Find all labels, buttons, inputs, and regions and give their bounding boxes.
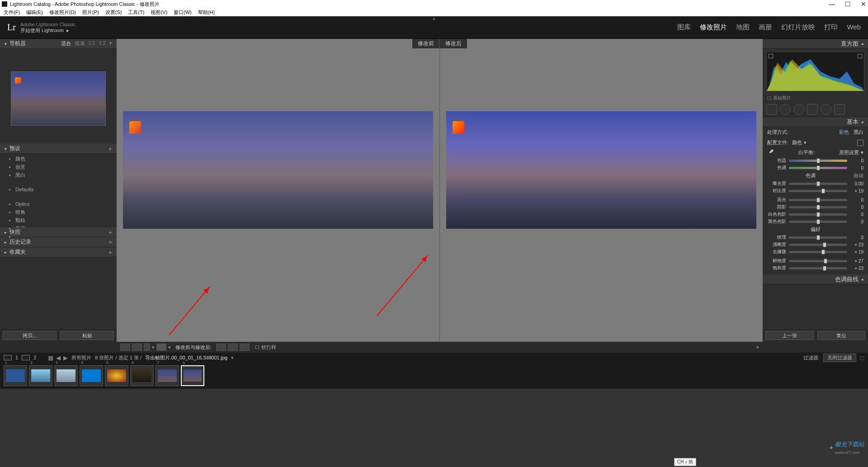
collections-header[interactable]: ▸ 收藏夹 + [0, 247, 117, 257]
preset-item[interactable]: Optics [0, 200, 117, 208]
treatment-color[interactable]: 彩色 [839, 129, 849, 136]
zoom-1to1[interactable]: 1:1 [88, 40, 95, 47]
toolbar-menu-icon[interactable]: ▾ [756, 344, 759, 350]
graduated-tool[interactable] [807, 104, 818, 115]
copy-after-button[interactable] [240, 344, 250, 351]
presets-header[interactable]: ▾ 预设 + [0, 144, 117, 154]
blacks-slider[interactable]: 黑色色阶0 [763, 218, 868, 225]
filmstrip-thumb[interactable]: 8 [181, 365, 204, 386]
paste-button[interactable]: 粘贴 [60, 331, 114, 340]
highlights-slider[interactable]: 高光0 [763, 196, 868, 203]
chevron-down-icon[interactable]: ▾ [231, 355, 234, 361]
contrast-slider[interactable]: 对比度+ 19 [763, 187, 868, 194]
redeye-tool[interactable] [793, 104, 804, 115]
preset-item[interactable]: Defaults [0, 185, 117, 193]
histogram-header[interactable]: 直方图 ◂ [763, 39, 868, 49]
menu-develop[interactable]: 修改照片(D) [49, 9, 76, 16]
filmstrip-thumb[interactable]: 4 [80, 365, 103, 386]
brush-tool[interactable] [834, 104, 845, 115]
preset-item[interactable]: 颜色 [0, 155, 117, 163]
menu-help[interactable]: 帮助(H) [198, 9, 215, 16]
module-book[interactable]: 画册 [759, 23, 772, 32]
previous-button[interactable]: 上一张 [765, 331, 814, 340]
chevron-down-icon[interactable]: ▾ [109, 40, 112, 47]
minimize-button[interactable]: — [829, 0, 835, 8]
zoom-fit[interactable]: 适合 [61, 40, 71, 47]
tint-slider[interactable]: 色调0 [763, 164, 868, 171]
navigator-preview[interactable] [11, 71, 106, 126]
preset-item[interactable]: 创意 [0, 163, 117, 171]
top-expander-icon[interactable]: ▴ [433, 15, 435, 21]
reset-button[interactable]: 复位 [817, 331, 866, 340]
clarity-slider[interactable]: 清晰度+ 23 [763, 241, 868, 248]
filter-lock-icon[interactable]: ⬚ [860, 355, 864, 361]
maximize-button[interactable]: ☐ [845, 0, 851, 8]
plus-icon[interactable]: + [108, 249, 112, 256]
auto-tone-button[interactable]: 自动 [854, 172, 863, 179]
before-after-split-button[interactable] [144, 344, 150, 351]
spot-tool[interactable] [780, 104, 791, 115]
vibrance-slider[interactable]: 鲜艳度+ 27 [763, 257, 868, 264]
tagline-line2[interactable]: 开始使用 Lightroom [20, 28, 64, 33]
preset-item[interactable]: 曲线 [0, 224, 117, 227]
texture-slider[interactable]: 纹理0 [763, 234, 868, 241]
before-after-lr-button[interactable] [132, 344, 142, 351]
basic-header[interactable]: 基本 ◂ [763, 117, 868, 127]
treatment-bw[interactable]: 黑白 [854, 129, 863, 136]
whites-slider[interactable]: 白色色阶0 [763, 211, 868, 218]
menu-tools[interactable]: 工具(T) [128, 9, 144, 16]
ime-indicator[interactable]: CH ♪ 简 [674, 458, 696, 466]
module-library[interactable]: 图库 [677, 23, 691, 32]
dehaze-slider[interactable]: 去朦胧+ 19 [763, 248, 868, 255]
zoom-custom[interactable]: 1:2 [99, 40, 106, 47]
filter-select[interactable]: 关闭过滤器 [823, 354, 856, 362]
nav-fwd-icon[interactable]: ▶ [63, 354, 68, 361]
zoom-fill[interactable]: 填满 [75, 40, 85, 47]
profile-select[interactable]: 颜色▾ [792, 139, 807, 146]
loupe-view-button[interactable] [120, 344, 130, 351]
close-button[interactable]: ✕ [861, 0, 866, 8]
temp-slider[interactable]: 色温0 [763, 157, 868, 164]
menu-photo[interactable]: 照片(P) [82, 9, 99, 16]
menu-window[interactable]: 窗口(W) [174, 9, 192, 16]
exposure-slider[interactable]: 曝光度0.00 [763, 180, 868, 187]
copy-button[interactable]: 拷贝... [3, 331, 57, 340]
softproof-toggle[interactable]: ☐ 软打样 [255, 344, 276, 351]
dropdown-icon[interactable]: ▾ [152, 344, 155, 350]
monitor-1-button[interactable] [4, 355, 12, 360]
eyedropper-icon[interactable] [767, 149, 774, 156]
tonecurve-header[interactable]: 色调曲线 ◂ [763, 274, 868, 284]
wb-select[interactable]: 原照设置 ▾ [839, 149, 863, 156]
dropdown-icon[interactable]: ▾ [168, 344, 171, 350]
navigator-header[interactable]: ▾ 导航器 适合 填满 1:1 1:2 ▾ [0, 39, 117, 49]
module-web[interactable]: Web [847, 23, 861, 32]
filmstrip-thumb[interactable]: 1 [4, 365, 27, 386]
plus-icon[interactable]: + [108, 229, 112, 236]
original-photo-toggle[interactable]: ☐ 原始照片 [763, 94, 868, 102]
preset-item[interactable]: 黑白 [0, 171, 117, 179]
filmstrip-thumb[interactable]: 6 [130, 365, 154, 386]
module-print[interactable]: 打印 [824, 23, 838, 32]
menu-view[interactable]: 视图(V) [151, 9, 167, 16]
plus-icon[interactable]: + [108, 145, 112, 152]
filmstrip-thumb[interactable]: 5 [105, 365, 128, 386]
monitor-2-button[interactable] [22, 355, 30, 360]
history-header[interactable]: ▸ 历史记录 × [0, 237, 117, 247]
before-view[interactable]: 修改前 [117, 39, 440, 342]
grid-icon[interactable]: ▦ [48, 354, 53, 361]
filmstrip-thumb[interactable]: 3 [54, 365, 78, 386]
preset-item[interactable]: 暗角 [0, 208, 117, 216]
snapshots-header[interactable]: ▸ 快照 + [0, 227, 117, 237]
shadows-slider[interactable]: 阴影0 [763, 203, 868, 211]
menu-edit[interactable]: 编辑(E) [26, 9, 43, 16]
module-map[interactable]: 地图 [736, 23, 750, 32]
histogram[interactable] [766, 52, 864, 91]
preset-item[interactable]: 颗粒 [0, 216, 117, 224]
filmstrip[interactable]: 1 2 3 4 5 6 7 8 [0, 363, 868, 389]
profile-browser-icon[interactable] [857, 140, 863, 146]
module-develop[interactable]: 修改照片 [700, 23, 727, 32]
after-view[interactable]: 修改后 [440, 39, 763, 342]
clear-icon[interactable]: × [108, 239, 112, 245]
menu-file[interactable]: 文件(F) [4, 9, 20, 16]
radial-tool[interactable] [821, 104, 831, 115]
